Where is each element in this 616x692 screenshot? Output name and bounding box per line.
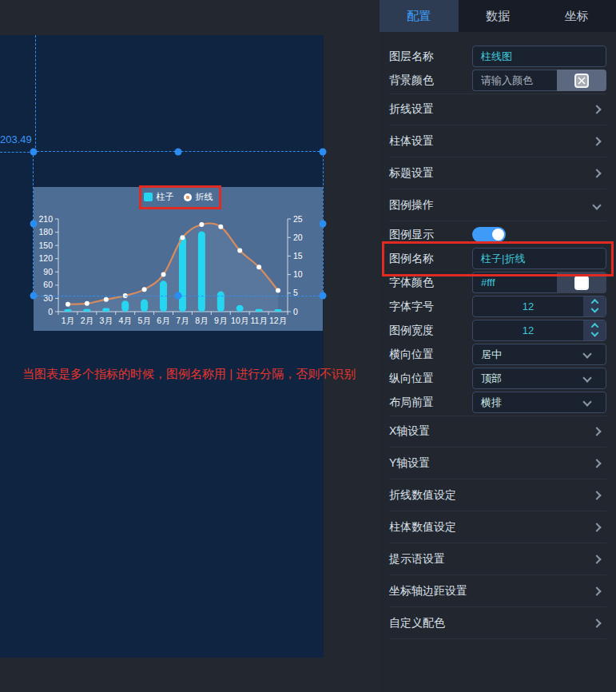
- legend-visible-toggle[interactable]: [472, 227, 506, 242]
- panel-row-custom-colors[interactable]: 自定义配色: [389, 607, 606, 639]
- panel-row-bar-value-settings[interactable]: 柱体数值设定: [389, 511, 606, 543]
- selection-handle[interactable]: [320, 221, 327, 228]
- line-data-marker: [104, 297, 109, 302]
- bar-data-point: [256, 309, 263, 312]
- chart-legend: 柱子折线: [34, 191, 323, 203]
- panel-row-bar-settings[interactable]: 柱体设置: [389, 125, 606, 157]
- x-axis-category-label: 4月: [119, 316, 132, 325]
- background-color-placeholder: 请输入颜色: [481, 74, 533, 88]
- line-data-marker: [123, 293, 128, 298]
- selection-handle[interactable]: [30, 221, 38, 228]
- left-axis-tick-label: 210: [38, 214, 53, 224]
- legend-visible-control: [472, 224, 606, 245]
- panel-row-y-axis-settings[interactable]: Y轴设置: [389, 447, 606, 479]
- panel-row-line-value-settings[interactable]: 折线数值设定: [389, 479, 606, 511]
- bar-data-point: [275, 309, 282, 312]
- font-size-decrement-button[interactable]: [583, 307, 606, 317]
- tooltip-settings-label: 提示语设置: [389, 552, 594, 567]
- horizontal-position-select[interactable]: 居中: [472, 344, 606, 365]
- chevron-down-icon: [582, 397, 591, 406]
- panel-row-layer-name: 图层名称柱线图: [389, 46, 606, 67]
- background-color-picker-button[interactable]: [557, 70, 606, 91]
- font-size-stepper: [583, 296, 606, 316]
- chevron-down-icon: [590, 329, 598, 337]
- panel-row-font-color: 字体颜色#fff: [389, 272, 606, 293]
- selection-handle[interactable]: [320, 149, 327, 156]
- font-color-value: #fff: [481, 276, 495, 288]
- x-axis-category-label: 8月: [195, 316, 208, 325]
- panel-row-tooltip-settings[interactable]: 提示语设置: [389, 543, 606, 575]
- legend-naming-note: 当图表是多个指标的时候，图例名称用 | 进行分隔，否则不识别: [22, 366, 390, 381]
- vertical-position-control: 顶部: [472, 368, 606, 389]
- line-data-marker: [85, 301, 89, 306]
- selection-handle[interactable]: [175, 292, 182, 300]
- font-color-input[interactable]: #fff: [472, 272, 557, 293]
- white-color-swatch-icon: [574, 276, 589, 290]
- selection-handle[interactable]: [320, 292, 327, 300]
- panel-row-x-axis-settings[interactable]: X轴设置: [389, 416, 606, 447]
- left-axis-tick-label: 150: [38, 241, 53, 250]
- line-data-marker: [161, 272, 166, 277]
- legend-name-input[interactable]: 柱子|折线: [472, 248, 606, 269]
- horizontal-position-control: 居中: [472, 344, 606, 365]
- layer-name-input[interactable]: 柱线图: [472, 46, 606, 67]
- selection-handle[interactable]: [175, 149, 182, 156]
- panel-row-legend-name: 图例名称柱子|折线: [389, 248, 606, 269]
- bar-data-point: [217, 292, 225, 312]
- layout-direction-select[interactable]: 横排: [472, 392, 606, 413]
- legend-item-bar[interactable]: 柱子: [144, 191, 174, 203]
- layer-name-value: 柱线图: [481, 50, 512, 64]
- panel-row-legend-operations[interactable]: 图例操作: [389, 189, 606, 221]
- bar-value-settings-label: 柱体数值设定: [389, 520, 594, 535]
- tab-coordinates[interactable]: 坐标: [537, 0, 616, 32]
- chevron-right-icon: [592, 523, 601, 531]
- legend-width-value: 12: [523, 324, 534, 336]
- legend-item-label: 柱子: [157, 191, 174, 203]
- x-axis-category-label: 11月: [250, 316, 267, 325]
- bar-data-point: [179, 237, 186, 312]
- chevron-right-icon: [592, 169, 601, 177]
- tab-config[interactable]: 配置: [380, 0, 459, 32]
- chart-layer[interactable]: 柱子折线 030609012015018021005101520251月2月3月…: [34, 187, 323, 331]
- line-data-marker: [142, 287, 147, 292]
- legend-width-label: 图例宽度: [389, 324, 472, 338]
- dashboard-canvas[interactable]: 柱子折线 030609012015018021005101520251月2月3月…: [0, 35, 324, 658]
- bar-data-point: [83, 309, 90, 312]
- panel-row-line-settings[interactable]: 折线设置: [389, 93, 606, 125]
- font-color-picker-button[interactable]: [557, 272, 606, 293]
- line-settings-label: 折线设置: [389, 102, 594, 117]
- x-axis-category-label: 12月: [269, 316, 287, 325]
- design-workspace[interactable]: 柱子折线 030609012015018021005101520251月2月3月…: [0, 0, 380, 692]
- line-data-marker: [256, 264, 261, 269]
- font-size-value: 12: [523, 300, 534, 312]
- selection-handle[interactable]: [30, 149, 38, 156]
- background-color-input[interactable]: 请输入颜色: [472, 70, 557, 91]
- panel-row-legend-width: 图例宽度12: [389, 320, 606, 341]
- legend-item-line[interactable]: 折线: [184, 191, 213, 203]
- font-color-group: #fff: [472, 272, 606, 293]
- left-axis-tick-label: 120: [38, 253, 53, 263]
- vertical-position-select[interactable]: 顶部: [472, 368, 606, 389]
- panel-row-layout-direction: 布局前置横排: [389, 392, 606, 413]
- legend-operations-label: 图例操作: [389, 198, 594, 213]
- line-series-swatch-icon: [184, 193, 192, 201]
- chevron-right-icon: [592, 105, 601, 113]
- right-axis-tick-label: 25: [293, 214, 303, 224]
- horizontal-position-label: 横向位置: [389, 348, 472, 362]
- tab-data[interactable]: 数据: [459, 0, 538, 32]
- selection-handle[interactable]: [30, 292, 38, 300]
- panel-row-axis-margin-settings[interactable]: 坐标轴边距设置: [389, 575, 606, 607]
- background-color-group: 请输入颜色: [472, 70, 606, 91]
- layout-direction-label: 布局前置: [389, 396, 472, 410]
- legend-name-value: 柱子|折线: [481, 252, 525, 266]
- legend-width-decrement-button[interactable]: [583, 331, 606, 341]
- x-axis-category-label: 1月: [62, 316, 74, 325]
- panel-row-title-settings[interactable]: 标题设置: [389, 157, 606, 189]
- no-color-swatch-icon: [574, 74, 589, 88]
- line-data-marker: [180, 235, 185, 240]
- x-axis-category-label: 5月: [137, 316, 150, 325]
- x-axis-settings-label: X轴设置: [389, 424, 594, 439]
- right-axis-tick-label: 5: [293, 288, 298, 297]
- chevron-down-icon: [590, 305, 598, 313]
- x-axis-category-label: 7月: [176, 316, 189, 325]
